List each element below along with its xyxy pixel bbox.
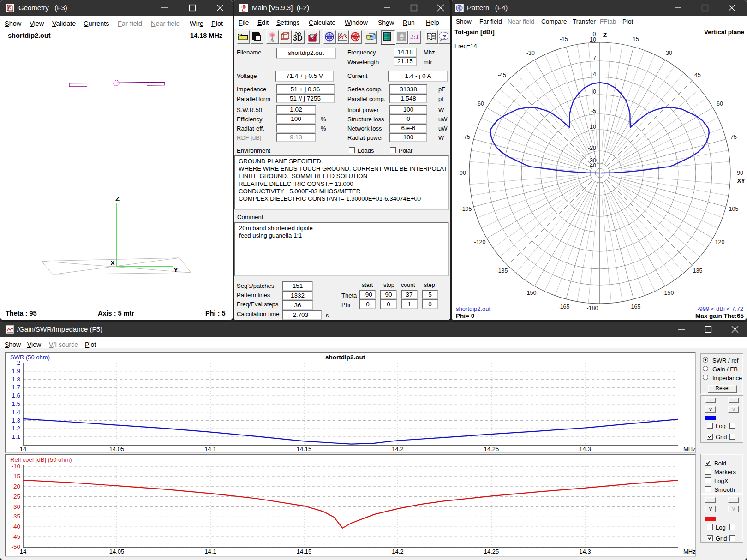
svg-text:1.7: 1.7 [12,384,20,391]
svg-text:-20: -20 [588,145,596,151]
svg-text:45: 45 [694,72,701,78]
svg-text:-20: -20 [11,483,20,490]
svg-text:14: 14 [20,548,26,555]
svg-text:14: 14 [20,446,26,453]
svg-text:1.4: 1.4 [12,409,20,416]
svg-text:-10: -10 [588,124,596,130]
svg-text:14.05: 14.05 [109,446,125,453]
svg-text:-60: -60 [476,101,484,107]
svg-text:14.2: 14.2 [392,446,403,453]
svg-text:1.3: 1.3 [12,417,20,424]
svg-text:MHz: MHz [683,446,696,453]
svg-text:120: 120 [715,239,725,245]
svg-text:-35: -35 [11,513,20,520]
svg-text:-15: -15 [560,36,568,42]
svg-text:1.8: 1.8 [12,376,20,383]
svg-text:-25: -25 [11,493,20,500]
svg-text:14.15: 14.15 [297,446,312,453]
svg-text:-120: -120 [474,239,485,245]
svg-text:90: 90 [737,170,743,176]
svg-text:14.1: 14.1 [204,446,216,453]
svg-text:10: 10 [590,36,596,43]
svg-text:-135: -135 [496,268,508,274]
svg-text:14.05: 14.05 [109,548,125,555]
svg-text:-50: -50 [11,543,20,550]
svg-text:-10: -10 [11,463,20,470]
svg-text:-15: -15 [11,473,20,480]
svg-text:1.5: 1.5 [12,400,20,407]
svg-text:14.3: 14.3 [579,446,591,453]
svg-text:3D: 3D [293,34,302,42]
svg-text:4: 4 [593,71,596,77]
svg-text:XY: XY [737,177,746,184]
svg-text:14.25: 14.25 [484,446,499,453]
svg-text:14.2: 14.2 [392,548,403,555]
svg-text:0: 0 [593,89,596,95]
svg-text:Z: Z [603,31,607,39]
svg-text:-30: -30 [11,503,20,510]
svg-text:-40: -40 [588,162,596,169]
svg-text:7: 7 [593,55,596,61]
svg-text:-150: -150 [525,290,536,296]
svg-text:-30: -30 [526,50,535,56]
svg-text:1.6: 1.6 [12,392,20,399]
svg-text:14.15: 14.15 [297,548,312,555]
svg-text:105: 105 [729,206,739,212]
svg-text:Z: Z [115,195,120,203]
svg-text:14.1: 14.1 [204,548,216,555]
svg-text:165: 165 [631,304,641,310]
svg-text:-45: -45 [11,533,20,540]
svg-text:-90: -90 [458,170,466,176]
svg-text:150: 150 [664,290,674,296]
svg-text:-180: -180 [586,305,598,311]
svg-text:-40: -40 [11,523,20,530]
svg-text:-5: -5 [591,108,596,114]
svg-text:MHz: MHz [683,548,696,555]
svg-text:15: 15 [633,36,639,42]
svg-text:-75: -75 [462,134,470,140]
svg-text:?: ? [442,33,446,40]
svg-text:14.3: 14.3 [579,548,591,555]
svg-text:X: X [110,259,115,267]
svg-text:0: 0 [593,31,596,37]
svg-text:14.25: 14.25 [484,548,499,555]
svg-text:135: 135 [693,268,703,274]
svg-text:Y: Y [173,266,178,274]
svg-text:75: 75 [730,134,737,140]
svg-text:1.2: 1.2 [12,425,20,432]
svg-text:1:1: 1:1 [410,34,419,41]
svg-text:30: 30 [666,50,672,56]
svg-text:1.1: 1.1 [12,433,20,440]
svg-text:-45: -45 [498,72,506,78]
svg-text:60: 60 [717,101,723,107]
svg-text:-165: -165 [558,304,569,310]
svg-text:1.9: 1.9 [12,368,20,375]
svg-text:-105: -105 [460,206,472,212]
